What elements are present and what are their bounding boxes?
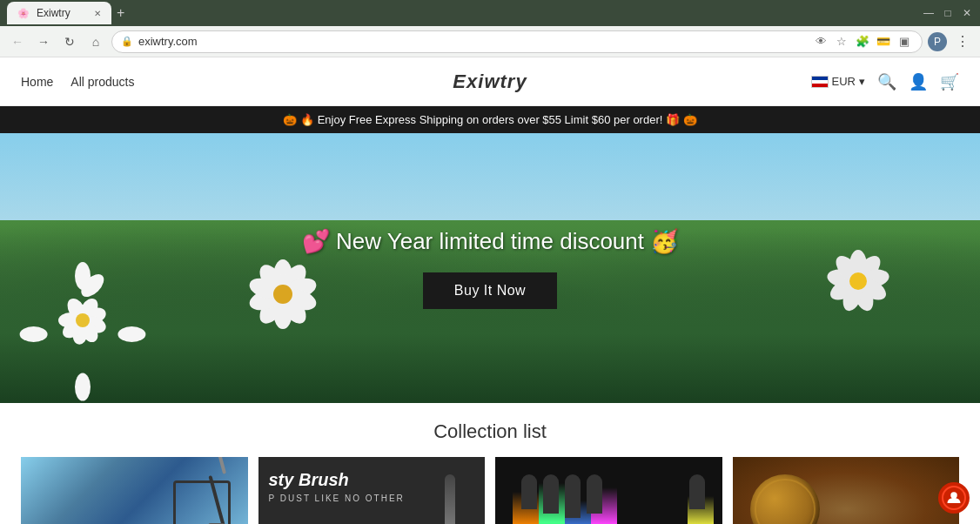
wallet-icon[interactable]: 💳 (875, 33, 892, 50)
sidebar-icon[interactable]: ▣ (896, 33, 913, 50)
buy-now-button[interactable]: Buy It Now (423, 272, 557, 309)
minimize-button[interactable]: — (923, 7, 935, 19)
address-bar-row: ← → ↻ ⌂ 🔒 exiwtry.com 👁 ☆ 🧩 💳 ▣ P ⋮ (0, 26, 980, 57)
back-button[interactable]: ← (7, 31, 28, 52)
address-bar[interactable]: 🔒 exiwtry.com 👁 ☆ 🧩 💳 ▣ (111, 30, 923, 53)
site-nav: Home All products Exiwtry EUR ▾ 🔍 👤 🛒 (0, 57, 980, 106)
maximize-button[interactable]: □ (942, 7, 954, 19)
user-icon: 👤 (909, 72, 928, 91)
collection-card-4[interactable] (733, 457, 960, 524)
currency-selector[interactable]: EUR ▾ (811, 75, 865, 88)
window-controls: — □ ✕ (923, 7, 973, 19)
collection-card-3[interactable] (495, 457, 722, 524)
collection-card-1[interactable] (21, 457, 248, 524)
nav-home[interactable]: Home (21, 75, 53, 89)
hero-title: 💕 New Year limited time discount 🥳 (302, 228, 679, 255)
eye-icon[interactable]: 👁 (812, 33, 829, 50)
nav-left: Home All products (21, 75, 135, 89)
announcement-text: 🎃 🔥 Enjoy Free Express Shipping on order… (283, 113, 696, 126)
currency-code: EUR (832, 75, 856, 88)
tab-title: Exiwtry (37, 7, 70, 19)
extensions-icon[interactable]: 🧩 (854, 33, 871, 50)
address-text: exiwtry.com (138, 35, 807, 48)
nav-right: EUR ▾ 🔍 👤 🛒 (811, 72, 959, 91)
active-tab[interactable]: 🌸 Exiwtry ✕ (7, 2, 111, 24)
refresh-button[interactable]: ↻ (59, 31, 80, 52)
website-content: Home All products Exiwtry EUR ▾ 🔍 👤 🛒 🎃 … (0, 57, 980, 524)
card-2-overlay: sty Brush P DUST LIKE NO OTHER (269, 470, 405, 503)
hero-section: 💕 New Year limited time discount 🥳 Buy I… (0, 133, 980, 403)
lock-icon: 🔒 (121, 36, 133, 47)
star-icon[interactable]: ☆ (833, 33, 850, 50)
cart-icon: 🛒 (940, 72, 959, 91)
search-icon: 🔍 (877, 72, 896, 91)
collection-title: Collection list (21, 420, 959, 443)
account-button[interactable]: 👤 (909, 72, 928, 91)
floating-profile-button[interactable] (938, 482, 970, 514)
flag-icon (811, 76, 829, 88)
collection-section: Collection list sty Brush P DUST LIKE NO… (0, 403, 980, 524)
cart-button[interactable]: 🛒 (940, 72, 959, 91)
tab-favicon: 🌸 (17, 8, 30, 19)
card-2-subtitle: P DUST LIKE NO OTHER (269, 494, 405, 503)
new-tab-button[interactable]: + (111, 3, 130, 23)
profile-button[interactable]: P (928, 32, 947, 51)
home-button[interactable]: ⌂ (85, 31, 106, 52)
browser-chrome: 🌸 Exiwtry ✕ + — □ ✕ (0, 0, 980, 26)
more-menu-button[interactable]: ⋮ (952, 31, 973, 51)
hero-content: 💕 New Year limited time discount 🥳 Buy I… (302, 228, 679, 309)
floating-profile-icon (942, 486, 966, 510)
collection-grid: sty Brush P DUST LIKE NO OTHER (21, 457, 959, 524)
svg-point-0 (950, 492, 957, 499)
nav-all-products[interactable]: All products (70, 75, 134, 89)
currency-dropdown-icon: ▾ (859, 75, 865, 88)
site-logo[interactable]: Exiwtry (453, 71, 527, 93)
tab-close-icon[interactable]: ✕ (94, 9, 101, 18)
card-2-title: sty Brush (269, 470, 405, 490)
search-button[interactable]: 🔍 (877, 72, 896, 91)
announcement-bar: 🎃 🔥 Enjoy Free Express Shipping on order… (0, 106, 980, 133)
address-bar-icons: 👁 ☆ 🧩 💳 ▣ (812, 33, 913, 50)
forward-button[interactable]: → (33, 31, 54, 52)
collection-card-2[interactable]: sty Brush P DUST LIKE NO OTHER (258, 457, 486, 524)
close-button[interactable]: ✕ (961, 7, 973, 19)
tab-bar: 🌸 Exiwtry ✕ + (7, 2, 917, 24)
